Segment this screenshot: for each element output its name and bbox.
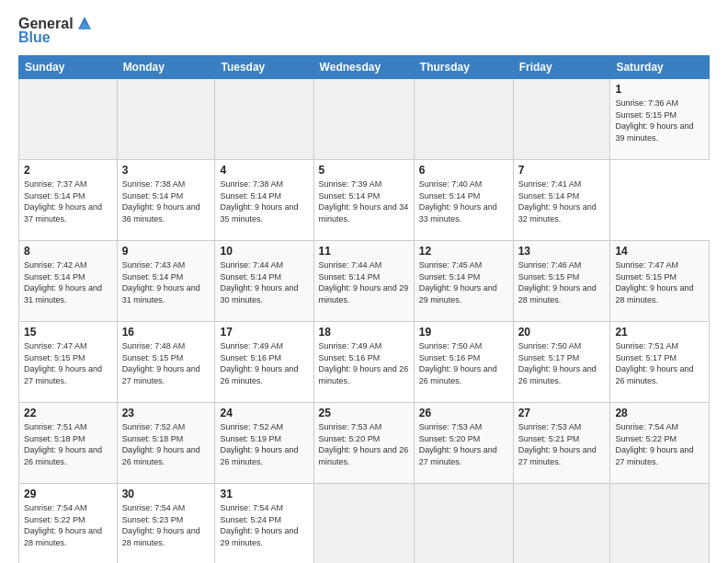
day-number: 31 xyxy=(220,488,308,500)
day-content: Sunrise: 7:52 AMSunset: 5:18 PMDaylight:… xyxy=(122,421,210,467)
day-number: 9 xyxy=(122,245,210,258)
calendar-header-wednesday: Wednesday xyxy=(313,56,414,79)
calendar-cell: 16Sunrise: 7:48 AMSunset: 5:15 PMDayligh… xyxy=(117,322,215,403)
day-content: Sunrise: 7:44 AMSunset: 5:14 PMDaylight:… xyxy=(220,259,308,305)
day-content: Sunrise: 7:49 AMSunset: 5:16 PMDaylight:… xyxy=(319,340,409,386)
day-number: 2 xyxy=(24,164,112,177)
calendar-cell: 28Sunrise: 7:54 AMSunset: 5:22 PMDayligh… xyxy=(610,403,710,484)
calendar-cell: 18Sunrise: 7:49 AMSunset: 5:16 PMDayligh… xyxy=(313,322,414,403)
day-content: Sunrise: 7:54 AMSunset: 5:23 PMDaylight:… xyxy=(122,502,210,548)
day-content: Sunrise: 7:50 AMSunset: 5:16 PMDaylight:… xyxy=(419,340,508,386)
day-content: Sunrise: 7:44 AMSunset: 5:14 PMDaylight:… xyxy=(319,259,409,305)
calendar-cell: 15Sunrise: 7:47 AMSunset: 5:15 PMDayligh… xyxy=(19,322,118,403)
day-content: Sunrise: 7:38 AMSunset: 5:14 PMDaylight:… xyxy=(220,178,308,224)
calendar-header-tuesday: Tuesday xyxy=(215,56,313,79)
day-number: 4 xyxy=(220,164,308,177)
day-content: Sunrise: 7:51 AMSunset: 5:17 PMDaylight:… xyxy=(615,340,704,386)
calendar-table: SundayMondayTuesdayWednesdayThursdayFrid… xyxy=(18,55,710,563)
day-content: Sunrise: 7:53 AMSunset: 5:20 PMDaylight:… xyxy=(419,421,508,467)
calendar-cell: 27Sunrise: 7:53 AMSunset: 5:21 PMDayligh… xyxy=(513,403,610,484)
calendar-cell: 22Sunrise: 7:51 AMSunset: 5:18 PMDayligh… xyxy=(19,403,118,484)
calendar-cell: 3Sunrise: 7:38 AMSunset: 5:14 PMDaylight… xyxy=(117,160,215,241)
day-content: Sunrise: 7:54 AMSunset: 5:22 PMDaylight:… xyxy=(24,502,112,548)
day-number: 21 xyxy=(615,326,704,339)
calendar-cell xyxy=(313,484,414,564)
calendar-week-3: 15Sunrise: 7:47 AMSunset: 5:15 PMDayligh… xyxy=(19,322,710,403)
calendar-cell: 8Sunrise: 7:42 AMSunset: 5:14 PMDaylight… xyxy=(19,241,118,322)
day-content: Sunrise: 7:54 AMSunset: 5:22 PMDaylight:… xyxy=(615,421,704,467)
calendar-header-monday: Monday xyxy=(117,56,215,79)
calendar-cell: 20Sunrise: 7:50 AMSunset: 5:17 PMDayligh… xyxy=(513,322,610,403)
calendar-cell xyxy=(215,79,313,160)
calendar-header-row: SundayMondayTuesdayWednesdayThursdayFrid… xyxy=(19,56,710,79)
calendar-header-friday: Friday xyxy=(513,56,610,79)
day-number: 17 xyxy=(220,326,308,339)
day-number: 5 xyxy=(319,164,409,177)
calendar-cell: 30Sunrise: 7:54 AMSunset: 5:23 PMDayligh… xyxy=(117,484,215,564)
calendar-cell xyxy=(117,79,215,160)
day-number: 19 xyxy=(419,326,508,339)
day-content: Sunrise: 7:51 AMSunset: 5:18 PMDaylight:… xyxy=(24,421,112,467)
day-content: Sunrise: 7:49 AMSunset: 5:16 PMDaylight:… xyxy=(220,340,308,386)
logo: General Blue xyxy=(18,15,95,46)
day-content: Sunrise: 7:47 AMSunset: 5:15 PMDaylight:… xyxy=(615,259,704,305)
calendar-cell: 6Sunrise: 7:40 AMSunset: 5:14 PMDaylight… xyxy=(414,160,513,241)
calendar-cell: 26Sunrise: 7:53 AMSunset: 5:20 PMDayligh… xyxy=(414,403,513,484)
day-content: Sunrise: 7:36 AMSunset: 5:15 PMDaylight:… xyxy=(615,98,704,144)
day-number: 29 xyxy=(24,488,112,500)
day-number: 14 xyxy=(615,245,704,258)
day-number: 18 xyxy=(319,326,409,339)
calendar-cell: 9Sunrise: 7:43 AMSunset: 5:14 PMDaylight… xyxy=(117,241,215,322)
day-number: 24 xyxy=(220,407,308,419)
day-number: 11 xyxy=(319,245,409,258)
calendar-cell: 14Sunrise: 7:47 AMSunset: 5:15 PMDayligh… xyxy=(610,241,710,322)
calendar-week-5: 29Sunrise: 7:54 AMSunset: 5:22 PMDayligh… xyxy=(19,484,710,564)
day-content: Sunrise: 7:45 AMSunset: 5:14 PMDaylight:… xyxy=(419,259,508,305)
calendar-cell: 21Sunrise: 7:51 AMSunset: 5:17 PMDayligh… xyxy=(610,322,710,403)
day-content: Sunrise: 7:54 AMSunset: 5:24 PMDaylight:… xyxy=(220,502,308,548)
header: General Blue xyxy=(18,15,710,46)
page: General Blue SundayMondayTuesdayWednesda… xyxy=(0,0,728,563)
day-content: Sunrise: 7:46 AMSunset: 5:15 PMDaylight:… xyxy=(518,259,606,305)
calendar-header-sunday: Sunday xyxy=(19,56,118,79)
calendar-cell: 1Sunrise: 7:36 AMSunset: 5:15 PMDaylight… xyxy=(610,79,710,160)
calendar-cell xyxy=(513,484,610,564)
calendar-cell: 7Sunrise: 7:41 AMSunset: 5:14 PMDaylight… xyxy=(513,160,610,241)
calendar-cell: 25Sunrise: 7:53 AMSunset: 5:20 PMDayligh… xyxy=(313,403,414,484)
calendar-cell xyxy=(313,79,414,160)
day-content: Sunrise: 7:43 AMSunset: 5:14 PMDaylight:… xyxy=(122,259,210,305)
day-content: Sunrise: 7:38 AMSunset: 5:14 PMDaylight:… xyxy=(122,178,210,224)
day-number: 26 xyxy=(419,407,508,419)
calendar-week-2: 8Sunrise: 7:42 AMSunset: 5:14 PMDaylight… xyxy=(19,241,710,322)
day-number: 1 xyxy=(615,83,704,96)
calendar-cell: 11Sunrise: 7:44 AMSunset: 5:14 PMDayligh… xyxy=(313,241,414,322)
day-number: 7 xyxy=(518,164,606,177)
calendar-cell: 13Sunrise: 7:46 AMSunset: 5:15 PMDayligh… xyxy=(513,241,610,322)
calendar-week-4: 22Sunrise: 7:51 AMSunset: 5:18 PMDayligh… xyxy=(19,403,710,484)
day-number: 6 xyxy=(419,164,508,177)
logo-blue: Blue xyxy=(18,29,51,46)
day-number: 12 xyxy=(419,245,508,258)
day-content: Sunrise: 7:53 AMSunset: 5:20 PMDaylight:… xyxy=(319,421,409,467)
calendar-cell: 31Sunrise: 7:54 AMSunset: 5:24 PMDayligh… xyxy=(215,484,313,564)
calendar-cell xyxy=(610,484,710,564)
day-content: Sunrise: 7:50 AMSunset: 5:17 PMDaylight:… xyxy=(518,340,606,386)
calendar-cell xyxy=(414,484,513,564)
day-content: Sunrise: 7:52 AMSunset: 5:19 PMDaylight:… xyxy=(220,421,308,467)
calendar-week-1: 2Sunrise: 7:37 AMSunset: 5:14 PMDaylight… xyxy=(19,160,710,241)
calendar-cell xyxy=(414,79,513,160)
day-number: 25 xyxy=(319,407,409,419)
day-number: 30 xyxy=(122,488,210,500)
calendar-cell: 12Sunrise: 7:45 AMSunset: 5:14 PMDayligh… xyxy=(414,241,513,322)
calendar-cell: 23Sunrise: 7:52 AMSunset: 5:18 PMDayligh… xyxy=(117,403,215,484)
day-content: Sunrise: 7:40 AMSunset: 5:14 PMDaylight:… xyxy=(419,178,508,224)
calendar-cell: 2Sunrise: 7:37 AMSunset: 5:14 PMDaylight… xyxy=(19,160,118,241)
day-content: Sunrise: 7:37 AMSunset: 5:14 PMDaylight:… xyxy=(24,178,112,224)
day-number: 16 xyxy=(122,326,210,339)
calendar-header-thursday: Thursday xyxy=(414,56,513,79)
calendar-cell: 29Sunrise: 7:54 AMSunset: 5:22 PMDayligh… xyxy=(19,484,118,564)
day-content: Sunrise: 7:41 AMSunset: 5:14 PMDaylight:… xyxy=(518,178,606,224)
calendar-cell xyxy=(19,79,118,160)
calendar-cell: 17Sunrise: 7:49 AMSunset: 5:16 PMDayligh… xyxy=(215,322,313,403)
day-number: 8 xyxy=(24,245,112,258)
